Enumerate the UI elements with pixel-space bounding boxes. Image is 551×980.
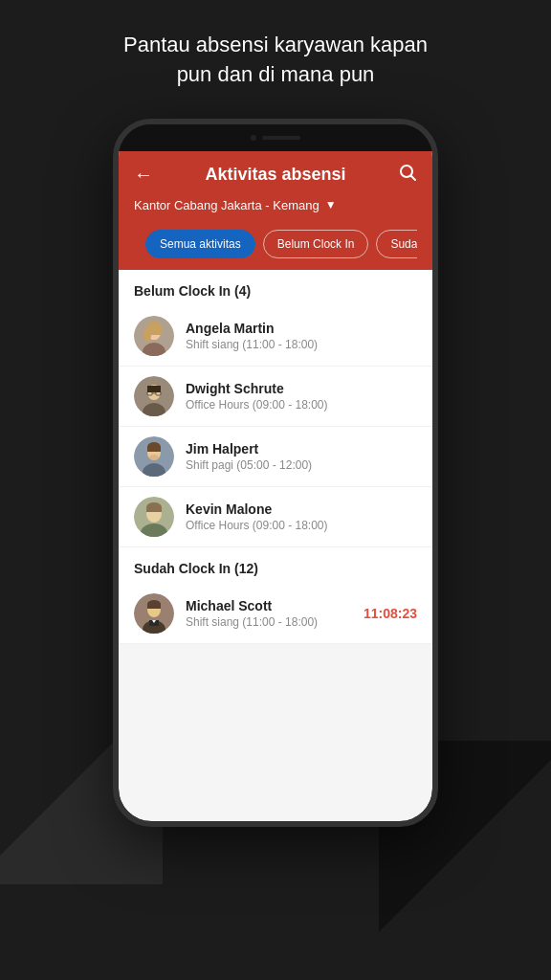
headline: Pantau absensi karyawan kapan pun dan di… — [85, 0, 466, 109]
employee-shift: Office Hours (09:00 - 18:00) — [186, 398, 417, 412]
avatar — [134, 593, 174, 634]
branch-name: Kantor Cabang Jakarta - Kemang — [134, 198, 320, 212]
back-button[interactable]: ← — [134, 164, 153, 186]
list-item[interactable]: Jim Halpert Shift pagi (05:00 - 12:00) — [119, 427, 432, 487]
avatar — [134, 316, 174, 356]
svg-line-1 — [410, 175, 415, 180]
section-not-clocked-in-header: Belum Clock In (4) — [119, 270, 432, 306]
avatar — [134, 436, 174, 477]
phone-screen: ← Aktivitas absensi Kantor Cabang Jakart… — [119, 151, 432, 821]
employee-info: Dwight Schrute Office Hours (09:00 - 18:… — [186, 381, 417, 412]
employee-name: Jim Halpert — [186, 441, 417, 457]
employee-shift: Shift pagi (05:00 - 12:00) — [186, 458, 417, 472]
list-item[interactable]: Michael Scott Shift siang (11:00 - 18:00… — [119, 584, 432, 644]
chevron-down-icon: ▼ — [325, 198, 337, 212]
list-item[interactable]: Angela Martin Shift siang (11:00 - 18:00… — [119, 306, 432, 367]
avatar — [134, 497, 174, 537]
svg-rect-33 — [147, 604, 161, 609]
tab-not-clocked-in[interactable]: Belum Clock In — [263, 230, 369, 258]
employee-info: Angela Martin Shift siang (11:00 - 18:00… — [186, 321, 417, 351]
content-area: Belum Clock In (4) — [119, 270, 432, 644]
svg-rect-20 — [147, 447, 161, 452]
employee-shift: Office Hours (09:00 - 18:00) — [186, 519, 417, 532]
phone-frame: ← Aktivitas absensi Kantor Cabang Jakart… — [113, 119, 438, 827]
headline-line1: Pantau absensi karyawan kapan — [123, 33, 428, 56]
list-item[interactable]: Kevin Malone Office Hours (09:00 - 18:00… — [119, 487, 432, 547]
svg-point-8 — [143, 328, 151, 342]
headline-line2: pun dan di mana pun — [177, 62, 375, 86]
employee-info: Kevin Malone Office Hours (09:00 - 18:00… — [186, 501, 417, 532]
employee-name: Angela Martin — [186, 321, 417, 336]
tab-clocked-in[interactable]: Sudah C... — [376, 230, 417, 258]
employee-shift: Shift siang (11:00 - 18:00) — [186, 615, 352, 629]
employee-name: Dwight Schrute — [186, 381, 417, 396]
filter-tabs: Semua aktivitas Belum Clock In Sudah C..… — [134, 222, 417, 270]
employee-name: Michael Scott — [186, 598, 352, 613]
avatar — [134, 376, 174, 416]
phone-notch — [119, 124, 432, 151]
employee-info: Jim Halpert Shift pagi (05:00 - 12:00) — [186, 441, 417, 472]
employee-name: Kevin Malone — [186, 501, 417, 517]
employee-info: Michael Scott Shift siang (11:00 - 18:00… — [186, 598, 352, 629]
svg-point-21 — [149, 455, 159, 460]
branch-selector[interactable]: Kantor Cabang Jakarta - Kemang ▼ — [134, 198, 417, 222]
camera — [251, 135, 256, 141]
speaker — [262, 136, 300, 140]
app-header: ← Aktivitas absensi Kantor Cabang Jakart… — [119, 151, 432, 270]
list-item[interactable]: Dwight Schrute Office Hours (09:00 - 18:… — [119, 367, 432, 427]
tab-all-activities[interactable]: Semua aktivitas — [145, 230, 255, 258]
search-icon[interactable] — [398, 163, 417, 187]
svg-rect-15 — [147, 386, 161, 392]
employee-shift: Shift siang (11:00 - 18:00) — [186, 338, 417, 351]
page-title: Aktivitas absensi — [205, 165, 345, 185]
svg-rect-26 — [146, 507, 162, 512]
clock-time: 11:08:23 — [364, 606, 417, 621]
section-clocked-in-header: Sudah Clock In (12) — [119, 547, 432, 584]
